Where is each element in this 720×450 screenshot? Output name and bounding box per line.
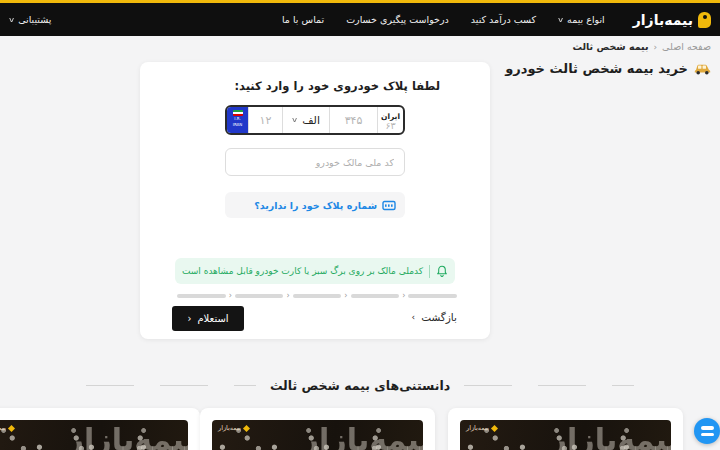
- step-segment: [408, 294, 457, 298]
- plate-letter-value: الف: [302, 114, 320, 127]
- logo-icon: [698, 12, 711, 28]
- nav-item-insurance-types[interactable]: انواع بیمه ∨: [558, 14, 605, 25]
- step-segment: [351, 294, 400, 298]
- logo[interactable]: بیمه‌بازار: [633, 12, 711, 28]
- main-nav: انواع بیمه ∨ کسب درآمد کنید درخواست پیگی…: [282, 14, 605, 25]
- plate-number-icon: [382, 200, 396, 211]
- nav-item-label: تماس با ما: [282, 14, 324, 25]
- chat-icon: [701, 433, 714, 437]
- article-thumbnail: بیمه‌بازار بیمه‌بازار: [460, 420, 671, 450]
- back-button[interactable]: بازگشت ›: [412, 311, 457, 323]
- breadcrumb-current: بیمه شخص ثالث: [572, 41, 648, 52]
- page: بیمه‌بازار انواع بیمه ∨ کسب درآمد کنید د…: [0, 0, 720, 450]
- back-label: بازگشت: [421, 311, 457, 323]
- breadcrumb-separator-icon: ‹: [654, 42, 658, 52]
- notice-divider: [429, 265, 430, 278]
- thumbnail-watermark: بیمه‌بازار: [466, 424, 497, 432]
- bell-icon: [436, 265, 448, 278]
- plate-iran-code: ۶۳: [385, 121, 395, 131]
- plate-country-top: I.R.: [234, 117, 240, 122]
- watermark-text: بیمه‌بازار: [218, 424, 241, 432]
- heading-divider: [86, 385, 256, 386]
- breadcrumb: صفحه اصلی ‹ بیمه شخص ثالث: [572, 41, 711, 52]
- step-segment: [293, 294, 342, 298]
- chevron-left-icon: ‹: [344, 294, 347, 298]
- notice-text: کدملی مالک بر روی برگ سبز یا کارت خودرو …: [182, 266, 423, 276]
- step-segment: [235, 294, 284, 298]
- heading-divider: [464, 385, 634, 386]
- nav-item-claim-tracking[interactable]: درخواست پیگیری خسارت: [346, 14, 449, 25]
- watermark-text: بیمه‌بازار: [466, 424, 489, 432]
- diamond-icon: [491, 424, 498, 431]
- car-icon: [694, 62, 711, 75]
- thumbnail-art: بیمه‌بازار: [550, 422, 671, 450]
- chevron-left-icon: ‹: [187, 313, 191, 324]
- plate-country-bottom: IRAN: [233, 123, 243, 128]
- inquiry-submit-button[interactable]: استعلام ‹: [172, 306, 244, 331]
- chevron-left-icon: ‹: [402, 294, 405, 298]
- chat-icon: [701, 426, 714, 430]
- nav-item-label: درخواست پیگیری خسارت: [346, 14, 449, 25]
- support-menu[interactable]: پشتیبانی ∨: [9, 14, 51, 25]
- form-heading: لطفا پلاک خودروی خود را وارد کنید:: [234, 79, 440, 93]
- owner-id-notice: کدملی مالک بر روی برگ سبز یا کارت خودرو …: [175, 258, 455, 284]
- nav-item-contact-us[interactable]: تماس با ما: [282, 14, 324, 25]
- plate-letter-select[interactable]: الف ∨: [282, 107, 329, 133]
- watermark-text: بیمه‌بازار: [0, 424, 6, 432]
- article-thumbnail: بیمه‌بازار بیمه‌بازار: [212, 420, 423, 450]
- article-card[interactable]: بیمه‌بازار بیمه‌بازار: [448, 408, 683, 450]
- diamond-icon: [8, 424, 15, 431]
- page-title-text: خرید بیمه شخص ثالث خودرو: [505, 61, 688, 76]
- plate-three-digit-input[interactable]: ۳۴۵: [329, 107, 377, 133]
- chevron-right-icon: ›: [412, 312, 416, 322]
- page-title: خرید بیمه شخص ثالث خودرو: [505, 61, 711, 76]
- breadcrumb-home[interactable]: صفحه اصلی: [662, 41, 711, 52]
- plate-iran-code-input[interactable]: ایران ۶۳: [377, 107, 403, 133]
- nav-item-earn-income[interactable]: کسب درآمد کنید: [471, 14, 536, 25]
- article-thumbnail: بیمه‌بازار بیمه‌بازار: [0, 420, 188, 450]
- no-plate-link-text: شماره پلاک خود را ندارید؟: [254, 200, 377, 211]
- chevron-left-icon: ‹: [286, 294, 289, 298]
- thumbnail-watermark: بیمه‌بازار: [218, 424, 249, 432]
- article-card[interactable]: بیمه‌بازار بیمه‌بازار: [0, 408, 200, 450]
- chevron-down-icon: ∨: [557, 16, 564, 24]
- submit-label: استعلام: [197, 313, 228, 324]
- thumbnail-art: بیمه‌بازار: [302, 422, 423, 450]
- chevron-down-icon: ∨: [8, 16, 15, 24]
- national-id-input[interactable]: [225, 148, 405, 176]
- diamond-icon: [243, 424, 250, 431]
- plate-two-digit-input[interactable]: ۱۲: [248, 107, 282, 133]
- steps-progress-bar: ‹ ‹ ‹ ‹: [177, 294, 457, 298]
- chevron-left-icon: ‹: [229, 294, 232, 298]
- nav-item-label: انواع بیمه: [567, 14, 605, 25]
- thumbnail-watermark: بیمه‌بازار: [0, 424, 14, 432]
- support-label: پشتیبانی: [18, 14, 51, 25]
- chat-support-button[interactable]: [694, 418, 720, 444]
- logo-text: بیمه‌بازار: [633, 12, 693, 28]
- step-segment: [177, 294, 226, 298]
- no-plate-link[interactable]: شماره پلاک خود را ندارید؟: [225, 192, 405, 218]
- plate-flag-section: I.R. IRAN: [227, 107, 248, 133]
- article-card[interactable]: بیمه‌بازار بیمه‌بازار: [200, 408, 435, 450]
- articles-section-heading: دانستنی‌های بیمه شخص ثالث: [0, 378, 720, 393]
- main-header: بیمه‌بازار انواع بیمه ∨ کسب درآمد کنید د…: [0, 3, 720, 36]
- license-plate-input: I.R. IRAN ۱۲ الف ∨ ۳۴۵ ایران ۶۳: [225, 105, 405, 135]
- chevron-down-icon: ∨: [291, 116, 298, 124]
- thumbnail-art: بیمه‌بازار: [67, 422, 188, 450]
- plate-form-card: لطفا پلاک خودروی خود را وارد کنید: I.R. …: [140, 62, 490, 339]
- nav-item-label: کسب درآمد کنید: [471, 14, 536, 25]
- articles-heading-text: دانستنی‌های بیمه شخص ثالث: [270, 378, 450, 393]
